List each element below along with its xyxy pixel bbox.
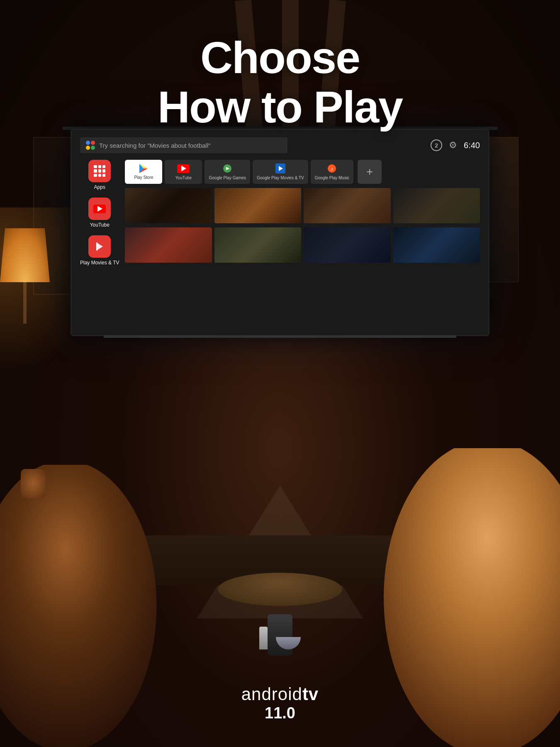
video-thumbnail-6[interactable] [214, 227, 301, 263]
lamp [0, 228, 50, 332]
lamp-shade [0, 228, 50, 282]
apps-shelf-row: Play Store YouTube [125, 160, 480, 184]
ga-dot-blue [86, 141, 90, 145]
tv-topbar-right: 2 ⚙ 6:40 [431, 139, 480, 151]
branding-area: androidtv 11.0 [0, 684, 560, 722]
grid-dot [102, 169, 105, 172]
android-text-part1: android [241, 684, 302, 704]
app-card-music[interactable]: ♪ Google Play Music [311, 160, 353, 184]
tv-search-bar[interactable]: Try searching for "Movies about football… [80, 137, 287, 153]
play-movies-shelf-label: Google Play Movies & TV [257, 176, 304, 181]
sidebar-item-youtube[interactable]: YouTube [88, 198, 111, 228]
android-tv-text: androidtv [241, 684, 319, 704]
tv-main-content: Apps YouTube [80, 160, 480, 266]
play-music-icon: ♪ [327, 164, 337, 173]
ga-dot-yellow [86, 146, 90, 150]
grid-dot [98, 169, 101, 172]
sidebar-item-movies[interactable]: Play Movies & TV [80, 235, 119, 266]
grid-dot [94, 169, 97, 172]
tv-interface: Try searching for "Movies about football… [72, 130, 488, 335]
grid-dot [94, 174, 97, 177]
content-row-2 [125, 227, 480, 263]
youtube-play-icon [93, 205, 106, 213]
settings-icon[interactable]: ⚙ [449, 140, 457, 151]
snack-bowl [276, 637, 301, 649]
play-movies-icon-wrap [275, 163, 285, 174]
svg-text:♪: ♪ [331, 166, 333, 172]
tv-sidebar: Apps YouTube [80, 160, 119, 266]
video-thumbnail-3[interactable] [304, 188, 390, 223]
ga-dot-green [91, 146, 95, 150]
play-store-label: Play Store [134, 175, 153, 180]
android-tv-logo: androidtv 11.0 [241, 684, 319, 722]
app-card-play-movies[interactable]: Google Play Movies & TV [253, 160, 308, 184]
add-app-button[interactable]: + [358, 160, 382, 184]
title-line1: Choose [0, 33, 560, 83]
tv-right-content: Play Store YouTube [125, 160, 480, 266]
ga-dot-red [91, 141, 95, 145]
screen-mount-bar [104, 335, 456, 338]
google-assistant-icon [86, 141, 95, 150]
yt-app-play [181, 166, 186, 171]
water-bottle [259, 627, 268, 649]
app-card-games[interactable]: Google Play Games [205, 160, 250, 184]
movies-icon-bg [88, 235, 111, 258]
notification-badge: 2 [431, 139, 442, 151]
grid-dot [98, 165, 101, 168]
play-games-label: Google Play Games [209, 176, 246, 181]
play-music-label: Google Play Music [315, 176, 349, 181]
play-games-icon [222, 164, 232, 173]
grid-dot [94, 165, 97, 168]
video-thumbnail-2[interactable] [214, 188, 301, 223]
apps-grid-icon [94, 165, 105, 177]
grid-dot [98, 174, 101, 177]
coffee-table [218, 573, 342, 606]
play-store-icon-wrap [139, 164, 148, 173]
youtube-app-icon [177, 164, 190, 173]
title-area: Choose How to Play [0, 33, 560, 132]
svg-rect-0 [96, 242, 98, 251]
play-music-icon-wrap: ♪ [327, 163, 337, 174]
tv-screen: Try searching for "Movies about football… [71, 129, 489, 336]
youtube-label: YouTube [90, 222, 110, 228]
play-games-icon-wrap [222, 163, 232, 174]
youtube-icon-bg [88, 198, 111, 220]
youtube-app-icon-wrap [177, 163, 190, 174]
play-movies-icon [94, 241, 105, 252]
yt-play-triangle [97, 206, 102, 212]
search-placeholder-text: Try searching for "Movies about football… [99, 142, 211, 149]
play-store-icon [139, 164, 148, 173]
app-card-youtube[interactable]: YouTube [165, 160, 202, 184]
apps-icon-bg [88, 160, 111, 182]
android-text-part2: tv [302, 684, 319, 704]
tv-topbar: Try searching for "Movies about football… [80, 137, 480, 153]
lamp-body [23, 282, 27, 324]
sidebar-item-apps[interactable]: Apps [88, 160, 111, 190]
video-thumbnail-5[interactable] [125, 227, 212, 263]
app-card-play-store[interactable]: Play Store [125, 160, 162, 184]
video-thumbnail-7[interactable] [304, 227, 390, 263]
youtube-app-label: YouTube [175, 176, 192, 181]
tv-clock: 6:40 [464, 141, 480, 150]
raised-fist [21, 469, 46, 498]
version-number: 11.0 [265, 704, 295, 722]
table-items [259, 627, 301, 649]
apps-label: Apps [94, 184, 105, 190]
video-thumbnail-8[interactable] [393, 227, 480, 263]
title-line2: How to Play [0, 83, 560, 132]
video-thumbnail-4[interactable] [393, 188, 480, 223]
video-thumbnail-1[interactable] [125, 188, 212, 223]
grid-dot [102, 165, 105, 168]
content-row-1 [125, 188, 480, 223]
movies-label: Play Movies & TV [80, 260, 119, 266]
grid-dot [102, 174, 105, 177]
play-movies-shelf-icon [275, 164, 285, 173]
